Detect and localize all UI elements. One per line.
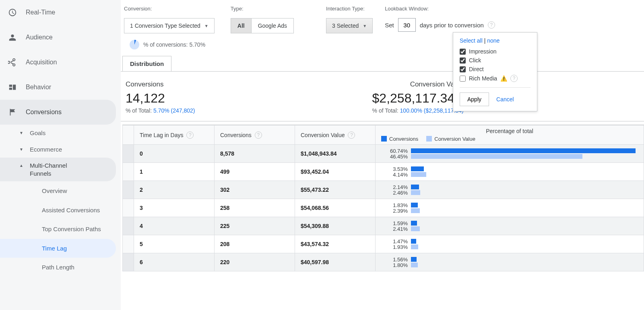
person-icon (8, 33, 17, 42)
th-conversions[interactable]: Conversions? (215, 125, 295, 145)
subnav-label: Ecommerce (30, 146, 62, 153)
checkbox[interactable] (460, 76, 466, 82)
chevron-down-icon: ▼ (363, 24, 367, 28)
select-none-link[interactable]: none (487, 37, 500, 44)
help-icon[interactable]: ? (255, 131, 262, 139)
lookback-set-text: Set (385, 22, 394, 29)
help-icon[interactable]: ? (488, 21, 495, 29)
interaction-option[interactable]: Impression (460, 47, 530, 56)
cell-value: $55,473.22 (295, 181, 376, 199)
cell-day: 6 (134, 253, 215, 271)
table-row: 3258$54,068.561.83%2.39% (123, 199, 644, 217)
nav-audience[interactable]: Audience (0, 25, 121, 50)
leaf-overview[interactable]: Overview (42, 181, 121, 201)
dropdown-value: 1 Conversion Type Selected (130, 23, 200, 29)
summary-conversions: Conversions 14,122 % of Total: 5.70% (24… (126, 80, 195, 114)
subnav-label: Goals (30, 129, 45, 136)
cell-conversions: 258 (215, 199, 295, 217)
subnav-goals[interactable]: ▼Goals (19, 125, 121, 141)
th-label: Time Lag in Days (140, 132, 183, 138)
th-label: Percentage of total (381, 128, 638, 134)
cell-day: 5 (134, 235, 215, 253)
select-all-link[interactable]: Select all (460, 37, 483, 44)
cancel-link[interactable]: Cancel (496, 96, 514, 103)
pct-conversions-text: % of conversions: 5.70% (143, 41, 205, 48)
leaf-toppaths[interactable]: Top Conversion Paths (42, 220, 102, 239)
nav-label: Conversions (26, 109, 62, 116)
nav-acquisition[interactable]: Acquisition (0, 50, 121, 75)
cell-value: $1,048,943.84 (295, 145, 376, 163)
interaction-option[interactable]: Rich Media ⚠️ ? (460, 74, 530, 83)
type-segmented: All Google Ads (231, 18, 294, 33)
nav-label: Real-Time (26, 9, 55, 16)
type-all-button[interactable]: All (231, 18, 252, 33)
cell-conversions: 208 (215, 235, 295, 253)
nav-label: Audience (26, 34, 53, 41)
leaf-timelag[interactable]: Time Lag (0, 239, 116, 258)
nav-behavior[interactable]: Behavior (0, 75, 121, 100)
dropdown-value: 3 Selected (332, 23, 359, 29)
interaction-option[interactable]: Click (460, 56, 530, 65)
cell-percentage: 1.47%1.93% (376, 235, 644, 253)
lookback-days-input[interactable] (398, 18, 416, 32)
sidebar: Real-Time Audience Acquisition Behavior … (0, 0, 121, 310)
legend-label: Conversion Value (434, 136, 475, 142)
cell-day: 4 (134, 217, 215, 235)
th-conversion-value[interactable]: Conversion Value? (295, 125, 376, 145)
cell-value: $43,574.32 (295, 235, 376, 253)
row-index (123, 235, 134, 253)
cell-day: 0 (134, 145, 215, 163)
help-icon[interactable]: ? (348, 131, 355, 139)
legend-swatch-value (426, 136, 432, 142)
conversion-label: Conversion: (124, 6, 215, 12)
subnav-ecommerce[interactable]: ▼Ecommerce (19, 141, 121, 158)
type-label: Type: (231, 6, 294, 12)
nav-conversions[interactable]: Conversions (0, 100, 116, 125)
interaction-label: Interaction Type: (326, 6, 373, 12)
type-google-button[interactable]: Google Ads (252, 18, 293, 33)
conversion-dropdown[interactable]: 1 Conversion Type Selected ▼ (124, 18, 215, 33)
subnav-mcf[interactable]: ▲ Multi-Channel Funnels (0, 162, 116, 177)
summary-title: Conversions (126, 80, 195, 88)
checkbox[interactable] (460, 49, 466, 55)
cell-percentage: 1.56%1.80% (376, 253, 644, 271)
th-label: Conversion Value (301, 132, 345, 138)
interaction-dropdown[interactable]: 3 Selected ▼ (326, 18, 373, 33)
th-timelag[interactable]: Time Lag in Days? (134, 125, 215, 145)
option-label: Rich Media (469, 75, 497, 82)
row-index (123, 163, 134, 181)
summary-value: $2,258,117.34 (372, 91, 464, 106)
table-row: 6220$40,597.981.56%1.80% (123, 253, 644, 271)
interaction-dropdown-panel: Select all | none ImpressionClickDirectR… (453, 32, 537, 111)
summary-title: Conversion Value (372, 80, 464, 88)
leaf-assisted[interactable]: Assisted Conversions (42, 201, 102, 220)
cell-percentage: 2.14%2.46% (376, 181, 644, 199)
tab-distribution[interactable]: Distribution (122, 56, 171, 71)
layout-icon (8, 83, 17, 92)
cell-value: $54,068.56 (295, 199, 376, 217)
cell-percentage: 1.83%2.39% (376, 199, 644, 217)
cell-conversions: 302 (215, 181, 295, 199)
leaf-pathlength[interactable]: Path Length (42, 258, 121, 277)
cell-percentage: 1.59%2.41% (376, 217, 644, 235)
cell-conversions: 8,578 (215, 145, 295, 163)
checkbox[interactable] (460, 57, 466, 64)
th-label: Conversions (220, 132, 252, 138)
nav-label: Acquisition (26, 59, 57, 66)
row-index (123, 217, 134, 235)
table-row: 1499$93,452.043.53%4.14% (123, 163, 644, 181)
nav-realtime[interactable]: Real-Time (0, 0, 121, 25)
interaction-option[interactable]: Direct (460, 65, 530, 74)
checkbox[interactable] (460, 66, 466, 72)
cell-percentage: 3.53%4.14% (376, 163, 644, 181)
legend-swatch-conversions (381, 136, 387, 142)
table-row: 08,578$1,048,943.8460.74%46.45% (123, 145, 644, 163)
help-icon[interactable]: ? (510, 75, 518, 82)
clock-icon (8, 8, 17, 17)
flag-icon (8, 108, 17, 117)
summary-sub-link[interactable]: 5.70% (247,802) (153, 107, 195, 114)
cell-value: $93,452.04 (295, 163, 376, 181)
summary-conversion-value: Conversion Value $2,258,117.34 % of Tota… (372, 80, 464, 114)
help-icon[interactable]: ? (186, 131, 194, 139)
apply-button[interactable]: Apply (460, 92, 489, 106)
